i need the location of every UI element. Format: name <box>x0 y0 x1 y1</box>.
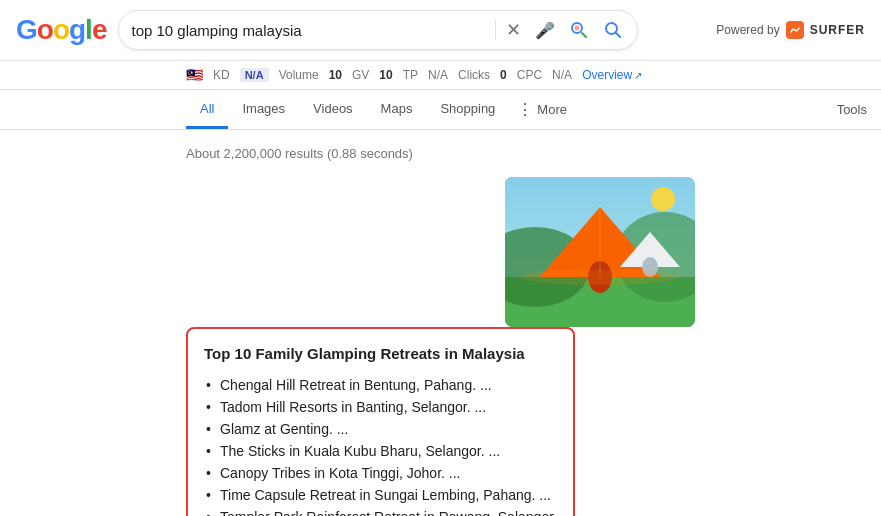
thumbnail-wrapper <box>505 177 695 327</box>
external-link-icon: ↗ <box>634 70 642 81</box>
cpc-value: N/A <box>552 68 572 82</box>
tab-shopping[interactable]: Shopping <box>426 91 509 129</box>
clicks-label: Clicks <box>458 68 490 82</box>
thumbnail-image <box>505 177 695 327</box>
svg-point-15 <box>520 269 680 285</box>
featured-snippet: Top 10 Family Glamping Retreats in Malay… <box>186 327 575 516</box>
search-input[interactable] <box>131 22 487 39</box>
gv-label: GV <box>352 68 369 82</box>
kd-label: KD <box>213 68 230 82</box>
search-icon-group: ✕ 🎤 <box>504 17 625 43</box>
list-item: Chengal Hill Retreat in Bentung, Pahang.… <box>204 374 557 396</box>
search-bar: ✕ 🎤 <box>118 10 638 50</box>
list-item: Time Capsule Retreat in Sungai Lembing, … <box>204 484 557 506</box>
clear-button[interactable]: ✕ <box>504 17 523 43</box>
list-item: Glamz at Genting. ... <box>204 418 557 440</box>
tab-maps[interactable]: Maps <box>367 91 427 129</box>
more-tabs-button[interactable]: ⋮ More <box>509 90 575 129</box>
search-divider <box>495 20 496 40</box>
country-flag: 🇲🇾 <box>186 67 203 83</box>
main-content: About 2,200,000 results (0.88 seconds) <box>0 130 881 516</box>
svg-point-14 <box>651 187 675 211</box>
tab-images[interactable]: Images <box>228 91 299 129</box>
kd-badge: N/A <box>240 68 269 82</box>
tp-label: TP <box>403 68 418 82</box>
search-button[interactable] <box>601 18 625 42</box>
voice-search-button[interactable]: 🎤 <box>533 19 557 42</box>
surfer-badge: Powered by SURFER <box>716 21 865 39</box>
snippet-title: Top 10 Family Glamping Retreats in Malay… <box>204 345 557 362</box>
list-item: The Sticks in Kuala Kubu Bharu, Selangor… <box>204 440 557 462</box>
seo-bar: 🇲🇾 KD N/A Volume 10 GV 10 TP N/A Clicks … <box>0 61 881 90</box>
tab-videos[interactable]: Videos <box>299 91 367 129</box>
tab-all[interactable]: All <box>186 91 228 129</box>
lens-search-button[interactable] <box>567 18 591 42</box>
tp-value: N/A <box>428 68 448 82</box>
volume-value: 10 <box>329 68 342 82</box>
tools-tab[interactable]: Tools <box>823 92 881 127</box>
google-logo: Google <box>16 14 106 46</box>
snippet-list: Chengal Hill Retreat in Bentung, Pahang.… <box>204 374 557 516</box>
clicks-value: 0 <box>500 68 507 82</box>
gv-value: 10 <box>379 68 392 82</box>
results-count: About 2,200,000 results (0.88 seconds) <box>186 146 695 161</box>
results-area: Top 10 Family Glamping Retreats in Malay… <box>186 177 695 516</box>
list-item: Templer Park Rainforest Retreat in Rawan… <box>204 506 557 516</box>
list-item: Canopy Tribes in Kota Tinggi, Johor. ... <box>204 462 557 484</box>
overview-link[interactable]: Overview ↗ <box>582 68 642 82</box>
more-label: More <box>537 102 567 117</box>
nav-tabs: All Images Videos Maps Shopping ⋮ More T… <box>0 90 881 130</box>
header: Google ✕ 🎤 Powered by <box>0 0 881 61</box>
list-item: Tadom Hill Resorts in Banting, Selangor.… <box>204 396 557 418</box>
volume-label: Volume <box>279 68 319 82</box>
dots-icon: ⋮ <box>517 100 533 119</box>
cpc-label: CPC <box>517 68 542 82</box>
powered-by-label: Powered by <box>716 23 779 37</box>
surfer-logo <box>786 21 804 39</box>
surfer-brand-label: SURFER <box>810 23 865 37</box>
svg-point-1 <box>575 26 580 31</box>
